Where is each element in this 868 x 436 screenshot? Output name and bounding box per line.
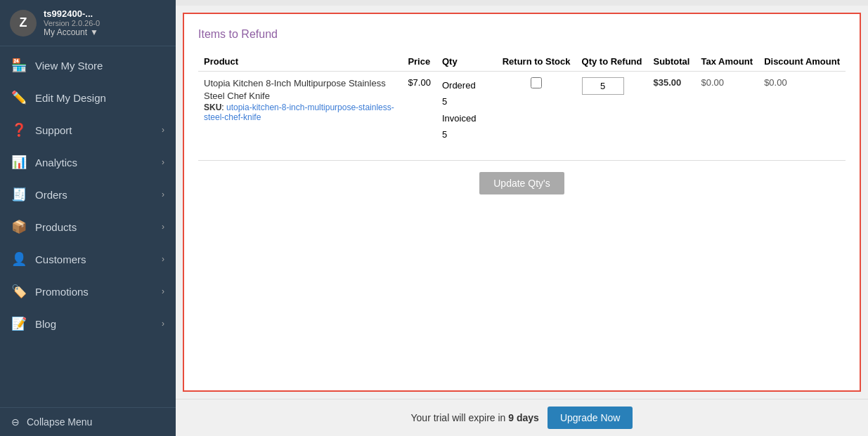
customers-icon: 👤 [11, 251, 27, 267]
account-name: ts992400-... [44, 8, 101, 19]
sidebar-item-label: Customers [35, 253, 86, 265]
upgrade-now-button[interactable]: Upgrade Now [548, 407, 633, 429]
chevron-down-icon: ▼ [90, 27, 98, 37]
qty-to-refund-cell [576, 72, 648, 149]
table-row: Utopia Kitchen 8-Inch Multipurpose Stain… [198, 72, 846, 149]
content-area: Items to Refund Product Price Qty Return… [176, 6, 868, 399]
sku-value: utopia-kitchen-8-inch-multipurpose-stain… [204, 103, 394, 122]
product-name: Utopia Kitchen 8-Inch Multipurpose Stain… [204, 77, 396, 103]
support-icon: ❓ [11, 122, 27, 138]
orders-icon: 🧾 [11, 187, 27, 202]
sidebar: Z ts992400-... Version 2.0.26-0 My Accou… [0, 0, 176, 436]
products-icon: 📦 [11, 219, 27, 234]
avatar: Z [10, 10, 37, 37]
view-store-icon: 🏪 [11, 58, 27, 73]
sidebar-item-label: Products [35, 221, 77, 233]
collapse-menu-button[interactable]: ⊖ Collapse Menu [0, 407, 176, 436]
sidebar-item-label: Promotions [35, 286, 89, 298]
sku-text: SKU: utopia-kitchen-8-inch-multipurpose-… [204, 103, 396, 122]
sidebar-item-label: View My Store [35, 60, 103, 72]
sidebar-item-label: Blog [35, 318, 56, 330]
sidebar-item-edit-design[interactable]: ✏️ Edit My Design [0, 81, 176, 114]
top-bar [176, 0, 868, 6]
chevron-right-icon: › [162, 157, 164, 167]
col-discount-amount: Discount Amount [758, 52, 846, 72]
return-to-stock-checkbox[interactable] [531, 77, 542, 88]
sidebar-item-label: Edit My Design [35, 92, 106, 104]
col-qty-to-refund: Qty to Refund [576, 52, 648, 72]
trial-text: Your trial will expire in 9 days [411, 412, 539, 423]
version-label: Version 2.0.26-0 [44, 19, 101, 27]
account-info: ts992400-... Version 2.0.26-0 My Account… [44, 8, 101, 37]
chevron-right-icon: › [162, 254, 164, 264]
col-qty: Qty [436, 52, 497, 72]
col-subtotal: Subtotal [647, 52, 695, 72]
subtotal-cell: $35.00 [647, 72, 695, 149]
sidebar-nav: 🏪 View My Store ✏️ Edit My Design ❓ Supp… [0, 46, 176, 407]
qty-to-refund-input[interactable] [582, 77, 624, 95]
col-price: Price [402, 52, 436, 72]
sidebar-item-view-store[interactable]: 🏪 View My Store [0, 49, 176, 81]
edit-design-icon: ✏️ [11, 90, 27, 105]
col-product: Product [198, 52, 402, 72]
sidebar-item-orders[interactable]: 🧾 Orders › [0, 178, 176, 211]
product-cell: Utopia Kitchen 8-Inch Multipurpose Stain… [198, 72, 402, 149]
refund-table: Product Price Qty Return to Stock Qty to… [198, 52, 846, 149]
sidebar-item-label: Support [35, 124, 72, 136]
invoiced-qty: 5 [442, 129, 447, 140]
refund-box: Items to Refund Product Price Qty Return… [183, 13, 861, 392]
trial-bar: Your trial will expire in 9 days Upgrade… [176, 399, 868, 436]
price-cell: $7.00 [402, 72, 436, 149]
col-tax-amount: Tax Amount [695, 52, 758, 72]
analytics-icon: 📊 [11, 154, 27, 170]
chevron-right-icon: › [162, 286, 164, 296]
refund-footer: Update Qty's [198, 160, 846, 194]
update-qty-button[interactable]: Update Qty's [479, 172, 564, 194]
return-to-stock-cell [497, 72, 576, 149]
chevron-right-icon: › [162, 190, 164, 199]
sidebar-item-label: Analytics [35, 157, 77, 169]
sidebar-item-support[interactable]: ❓ Support › [0, 114, 176, 146]
my-account-button[interactable]: My Account ▼ [44, 27, 101, 37]
ordered-qty: 5 [442, 96, 447, 107]
ordered-label: Ordered [442, 80, 476, 91]
sidebar-item-blog[interactable]: 📝 Blog › [0, 308, 176, 340]
collapse-icon: ⊖ [11, 416, 20, 428]
blog-icon: 📝 [11, 316, 27, 331]
invoiced-label: Invoiced [442, 113, 476, 124]
chevron-right-icon: › [162, 125, 164, 135]
sidebar-header: Z ts992400-... Version 2.0.26-0 My Accou… [0, 0, 176, 46]
sidebar-item-products[interactable]: 📦 Products › [0, 211, 176, 243]
col-return-to-stock: Return to Stock [497, 52, 576, 72]
sidebar-item-label: Orders [35, 189, 67, 201]
tax-amount-cell: $0.00 [695, 72, 758, 149]
chevron-right-icon: › [162, 319, 164, 329]
sidebar-item-promotions[interactable]: 🏷️ Promotions › [0, 275, 176, 308]
chevron-right-icon: › [162, 222, 164, 232]
refund-title: Items to Refund [198, 28, 846, 41]
sidebar-item-customers[interactable]: 👤 Customers › [0, 243, 176, 275]
promotions-icon: 🏷️ [11, 284, 27, 299]
main-content: Items to Refund Product Price Qty Return… [176, 0, 868, 436]
sidebar-item-analytics[interactable]: 📊 Analytics › [0, 146, 176, 178]
discount-amount-cell: $0.00 [758, 72, 846, 149]
qty-cell: Ordered 5 Invoiced 5 [436, 72, 497, 149]
